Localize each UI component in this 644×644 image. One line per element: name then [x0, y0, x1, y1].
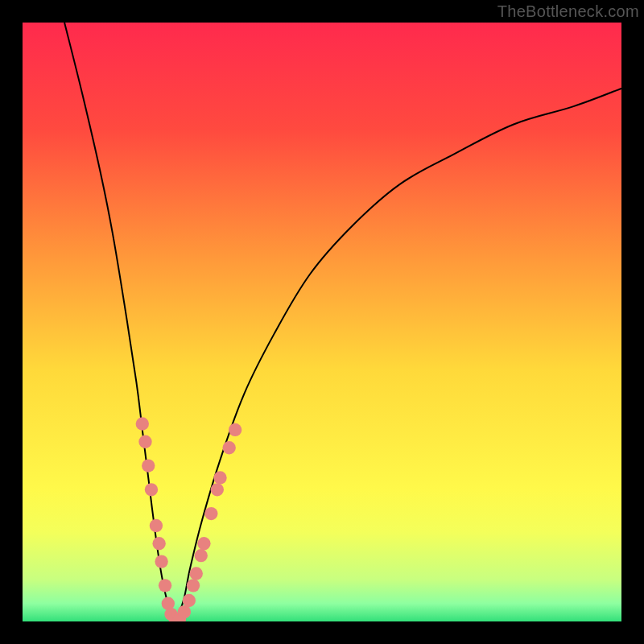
watermark-text: TheBottleneck.com: [497, 2, 639, 21]
bottleneck-curve: [64, 23, 621, 621]
sample-dot: [195, 549, 208, 562]
sample-dot: [159, 579, 171, 592]
sample-dot: [138, 436, 151, 448]
sample-dot: [183, 594, 196, 607]
sample-dot: [155, 555, 167, 568]
sample-dot: [145, 483, 158, 496]
sample-dot: [197, 537, 210, 550]
sample-dot: [142, 459, 155, 472]
sample-dot: [223, 441, 236, 454]
sample-dot: [150, 519, 163, 532]
sample-dot: [178, 605, 191, 618]
sample-dot: [211, 483, 224, 496]
sample-dot: [229, 423, 242, 436]
sample-dot: [190, 567, 203, 580]
sample-dot: [187, 579, 200, 592]
sample-dot: [204, 507, 217, 520]
chart-plot-area: [23, 23, 621, 621]
chart-frame: TheBottleneck.com: [0, 0, 644, 644]
chart-svg-layer: [23, 23, 621, 621]
sample-dot: [136, 417, 149, 430]
sample-dot: [152, 537, 165, 550]
sample-dot: [213, 471, 226, 484]
